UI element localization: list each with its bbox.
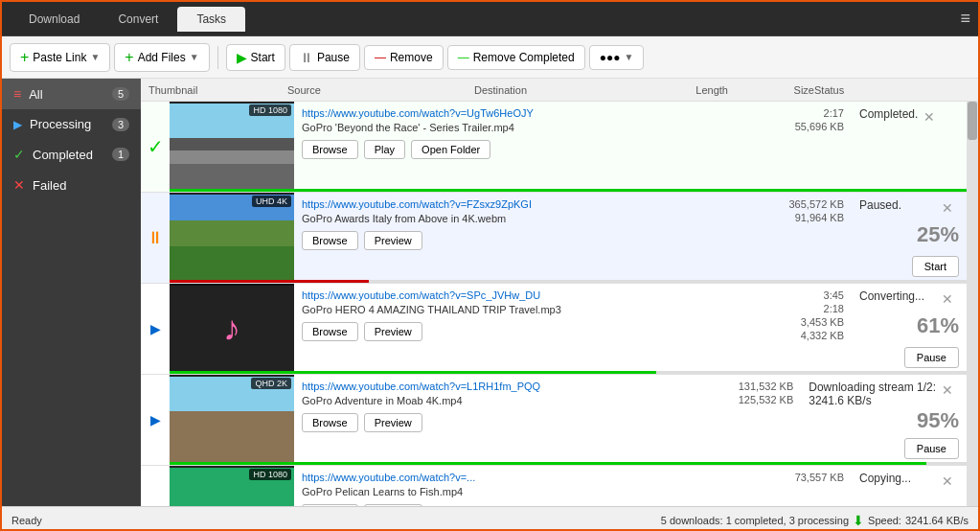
task-thumbnail-5: HD 1080 xyxy=(170,466,294,506)
sidebar-item-completed[interactable]: ✓ Completed 1 xyxy=(2,139,141,170)
progress-bar-3 xyxy=(170,371,656,374)
task-dest-4: GoPro Adventure in Moab 4K.mp4 xyxy=(302,395,702,406)
task-buttons-4: Browse Preview xyxy=(302,413,702,432)
status-text-5: Copying... xyxy=(859,472,911,485)
remove-completed-button[interactable]: — Remove Completed xyxy=(447,45,585,70)
action-btn-2[interactable]: Start xyxy=(912,256,959,277)
more-button[interactable]: ●●● ▼ xyxy=(589,45,645,70)
task-row: ▶ HD 1080 https://www.youtube.com/watch?… xyxy=(141,466,967,506)
task-metrics-4: 131,532 KB 125,532 KB xyxy=(710,375,801,465)
paste-link-dropdown[interactable]: ▼ xyxy=(90,52,100,62)
add-files-label: Add Files xyxy=(138,51,186,64)
remove-completed-icon: — xyxy=(458,51,469,64)
task-row: ✓ HD 1080 https://www.youtube.com/watch?… xyxy=(141,102,967,193)
open-folder-btn-1[interactable]: Open Folder xyxy=(411,140,490,159)
sidebar-label-failed: Failed xyxy=(33,178,129,193)
task-metrics-2: 365,572 KB 91,964 KB xyxy=(761,193,852,283)
failed-icon: ✕ xyxy=(13,177,25,193)
menu-icon[interactable]: ≡ xyxy=(960,9,970,29)
thumb-road xyxy=(170,104,294,190)
task-info-5: https://www.youtube.com/watch?v=... GoPr… xyxy=(294,466,761,506)
task-size-3b: 4,332 KB xyxy=(768,330,844,341)
browse-btn-2[interactable]: Browse xyxy=(302,231,358,250)
action-btn-4[interactable]: Pause xyxy=(904,438,959,459)
thumb-hiker xyxy=(170,377,294,463)
browse-btn-4[interactable]: Browse xyxy=(302,413,358,432)
remove-icon: — xyxy=(375,51,386,64)
status-bar: Ready 5 downloads: 1 completed, 3 proces… xyxy=(2,506,978,531)
status-ready: Ready xyxy=(11,515,42,526)
task-buttons-5: Browse Preview xyxy=(302,504,753,506)
close-btn-2[interactable]: ✕ xyxy=(936,198,959,218)
more-label: ●●● xyxy=(600,51,621,64)
task-url-3: https://www.youtube.com/watch?v=SPc_JVHw… xyxy=(302,289,753,301)
status-text-1: Completed. xyxy=(859,107,918,121)
task-url-2: https://www.youtube.com/watch?v=FZsxz9Zp… xyxy=(302,198,753,210)
preview-btn-5[interactable]: Preview xyxy=(364,504,422,506)
scrollbar-track[interactable] xyxy=(967,102,978,506)
progress-bar-4 xyxy=(170,462,926,465)
sidebar-label-completed: Completed xyxy=(33,148,104,162)
task-size-2a: 365,572 KB xyxy=(768,198,844,210)
title-bar: Download Convert Tasks ≡ xyxy=(2,2,978,36)
close-btn-4[interactable]: ✕ xyxy=(936,381,959,400)
add-files-button[interactable]: + Add Files ▼ xyxy=(114,43,209,72)
close-btn-1[interactable]: ✕ xyxy=(918,107,941,127)
more-dropdown[interactable]: ▼ xyxy=(624,52,633,62)
task-metrics-3: 3:45 2:18 3,453 KB 4,332 KB xyxy=(761,284,852,374)
preview-btn-3[interactable]: Preview xyxy=(364,322,422,341)
task-size-1: 55,696 KB xyxy=(768,121,844,132)
tab-convert[interactable]: Convert xyxy=(99,7,177,32)
remove-button[interactable]: — Remove xyxy=(364,45,444,70)
browse-btn-5[interactable]: Browse xyxy=(302,504,358,506)
browse-btn-1[interactable]: Browse xyxy=(302,140,358,159)
pause-icon: ⏸ xyxy=(300,50,313,65)
task-state-icon-2: ⏸ xyxy=(141,193,170,283)
add-files-dropdown[interactable]: ▼ xyxy=(190,52,199,62)
tab-tasks[interactable]: Tasks xyxy=(177,7,245,32)
preview-btn-4[interactable]: Preview xyxy=(364,413,422,432)
sidebar-item-all[interactable]: ≡ All 5 xyxy=(2,79,141,109)
task-info-3: https://www.youtube.com/watch?v=SPc_JVHw… xyxy=(294,284,761,374)
play-btn-1[interactable]: Play xyxy=(364,140,405,159)
task-url-1: https://www.youtube.com/watch?v=UgTw6HeO… xyxy=(302,107,753,119)
close-btn-3[interactable]: ✕ xyxy=(936,289,959,309)
sidebar-label-processing: Processing xyxy=(30,117,104,131)
action-btn-3[interactable]: Pause xyxy=(904,347,959,368)
percent-text-2: 25% xyxy=(917,222,959,247)
thumb-music: ♪ xyxy=(170,286,294,372)
task-row: ▶ QHD 2K https://www.youtube.com/watch?v… xyxy=(141,375,967,466)
task-buttons-3: Browse Preview xyxy=(302,322,753,341)
pause-button[interactable]: ⏸ Pause xyxy=(289,44,360,71)
task-thumbnail-3: ♪ xyxy=(170,284,294,374)
task-header: Thumbnail Source Destination Length Size… xyxy=(141,79,978,102)
browse-btn-3[interactable]: Browse xyxy=(302,322,358,341)
task-metrics-1: 2:17 55,696 KB xyxy=(761,102,852,192)
start-label: Start xyxy=(251,51,275,64)
task-size-4b: 125,532 KB xyxy=(718,394,793,405)
pause-label: Pause xyxy=(317,51,350,64)
task-dest-2: GoPro Awards Italy from Above in 4K.webm xyxy=(302,213,753,224)
sidebar-item-processing[interactable]: ▶ Processing 3 xyxy=(2,109,141,139)
toolbar-sep-1 xyxy=(217,46,218,69)
sidebar-label-all: All xyxy=(29,87,104,102)
task-status-area-5: Copying... ✕ xyxy=(852,466,967,506)
paste-link-button[interactable]: + Paste Link ▼ xyxy=(10,43,110,72)
task-status-area-2: Paused. ✕ 25% Start xyxy=(852,193,967,283)
scrollbar-thumb[interactable] xyxy=(968,102,977,140)
start-icon: ▶ xyxy=(237,50,247,65)
thumb-badge-5: HD 1080 xyxy=(249,469,291,480)
header-length: Length xyxy=(671,84,728,96)
all-icon: ≡ xyxy=(13,86,21,102)
preview-btn-2[interactable]: Preview xyxy=(364,231,422,250)
close-btn-5[interactable]: ✕ xyxy=(936,472,959,491)
task-size-4a: 131,532 KB xyxy=(718,381,793,392)
progress-bar-container-3 xyxy=(170,371,967,374)
sidebar-item-failed[interactable]: ✕ Failed xyxy=(2,170,141,200)
task-size-5: 73,557 KB xyxy=(768,472,844,483)
status-right: 5 downloads: 1 completed, 3 processing ⬇… xyxy=(661,513,969,528)
tab-download[interactable]: Download xyxy=(10,7,99,32)
sidebar: ≡ All 5 ▶ Processing 3 ✓ Completed 1 ✕ F… xyxy=(2,79,141,506)
sidebar-badge-all: 5 xyxy=(112,87,129,101)
start-button[interactable]: ▶ Start xyxy=(226,44,285,71)
